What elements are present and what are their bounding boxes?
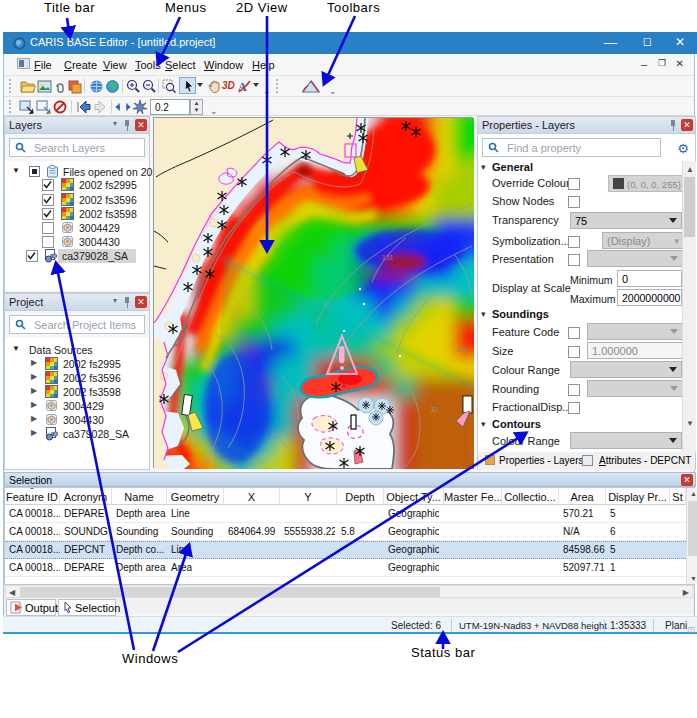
svg-text:54: 54 [458, 346, 466, 353]
svg-text:32: 32 [430, 406, 438, 413]
svg-text:131: 131 [382, 254, 394, 261]
